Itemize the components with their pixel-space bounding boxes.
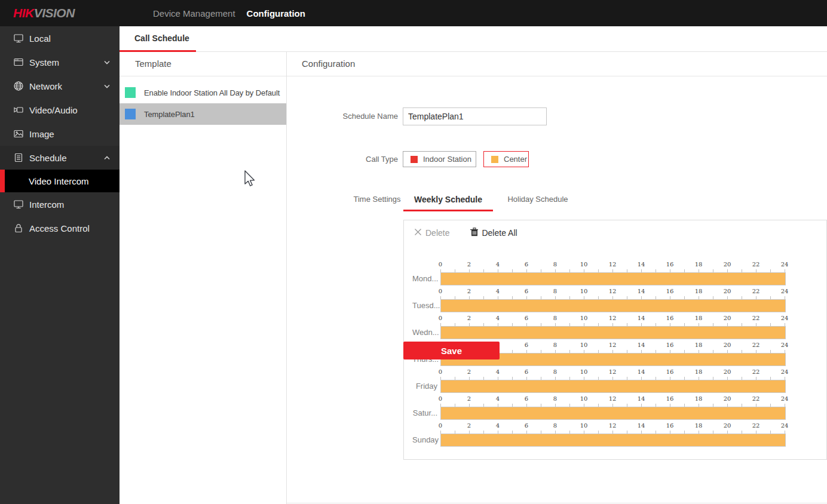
schedule-name-input[interactable] — [403, 107, 547, 125]
hour-tick-label: 10 — [577, 261, 591, 268]
weekly-schedule-underline — [403, 210, 493, 211]
hour-tick-label: 12 — [605, 261, 620, 268]
hour-tick-label: 16 — [663, 342, 677, 348]
sidebar-item-label: Schedule — [29, 153, 67, 163]
delete-all-label: Delete All — [482, 228, 517, 238]
hour-tick-label: 0 — [433, 422, 448, 429]
sidebar-nav: LocalSystemNetworkVideo/AudioImageSchedu… — [0, 26, 120, 504]
hour-tick-label: 8 — [548, 342, 562, 348]
hour-tick-label: 0 — [433, 288, 448, 294]
hour-tick-label: 2 — [462, 261, 476, 268]
template-panel-header: Template — [120, 52, 286, 76]
hour-ruler: 024681012141618202224 — [440, 261, 786, 272]
sidebar-item-video-intercom[interactable]: Video Intercom — [0, 170, 120, 192]
bottom-divider — [287, 503, 827, 503]
schedule-bar[interactable] — [441, 300, 785, 312]
schedule-bar[interactable] — [441, 407, 785, 419]
template-color-swatch — [125, 109, 136, 119]
delete-button[interactable]: Delete — [414, 228, 449, 238]
topbar: HIKVISION Device Management Configuratio… — [0, 0, 827, 26]
hour-tick-label: 2 — [462, 315, 476, 321]
hour-tick-label: 18 — [691, 422, 706, 429]
schedule-track[interactable] — [440, 434, 786, 447]
hour-tick-label: 20 — [720, 288, 734, 294]
schedule-track[interactable] — [440, 380, 786, 393]
hour-tick-label: 6 — [519, 261, 534, 268]
hour-tick-label: 0 — [433, 368, 448, 375]
hour-tick-label: 22 — [749, 422, 763, 429]
template-item-enable-indoor-station-all-day-by-default[interactable]: Enable Indoor Station All Day by Default — [120, 82, 286, 103]
hour-tick-label: 12 — [605, 342, 620, 348]
configuration-header: Configuration — [287, 52, 827, 76]
hour-tick-label: 0 — [433, 261, 448, 268]
hour-tick-label: 24 — [777, 261, 792, 268]
schedule-bar[interactable] — [441, 434, 785, 446]
top-nav: Device Management Configuration — [153, 0, 305, 26]
sidebar-item-label: Image — [29, 129, 54, 139]
sidebar-item-label: Network — [29, 81, 62, 91]
hour-tick-label: 12 — [605, 288, 620, 294]
template-item-templateplan1[interactable]: TemplatePlan1 — [120, 103, 286, 125]
hour-tick-label: 0 — [433, 395, 448, 402]
hour-tick-label: 16 — [663, 315, 677, 321]
hour-tick-label: 2 — [462, 368, 476, 375]
sidebar-item-video-audio[interactable]: Video/Audio — [0, 98, 120, 122]
schedule-bar[interactable] — [441, 380, 785, 392]
weekly-schedule-editor: Delete Delete All Mond...024681012141618… — [403, 220, 827, 460]
schedule-track[interactable] — [440, 407, 786, 420]
monitor-icon — [13, 33, 24, 44]
hour-tick-label: 4 — [491, 315, 505, 321]
hour-tick-label: 12 — [605, 368, 620, 375]
tab-weekly-schedule[interactable]: Weekly Schedule — [403, 193, 493, 205]
hour-tick-label: 24 — [777, 368, 792, 375]
schedule-bar[interactable] — [441, 273, 785, 285]
hour-tick-label: 4 — [491, 288, 505, 294]
sidebar-item-local[interactable]: Local — [0, 26, 120, 50]
sidebar-item-intercom[interactable]: Intercom — [0, 192, 120, 216]
hour-tick-label: 24 — [777, 422, 792, 429]
day-row-mond: Mond...024681012141618202224 — [412, 260, 819, 287]
hour-tick-label: 12 — [605, 315, 620, 321]
hour-tick-label: 18 — [691, 261, 706, 268]
hour-tick-label: 22 — [749, 288, 763, 294]
day-row-sunday: Sunday024681012141618202224 — [412, 422, 819, 448]
hour-tick-label: 6 — [519, 315, 534, 321]
hour-tick-label: 16 — [663, 395, 677, 402]
indoor-station-label: Indoor Station — [423, 155, 471, 164]
image-icon — [13, 128, 24, 139]
delete-all-button[interactable]: Delete All — [470, 228, 517, 238]
call-type-center-button[interactable]: Center — [483, 151, 529, 167]
sidebar-item-image[interactable]: Image — [0, 122, 120, 146]
hour-tick-label: 12 — [605, 422, 620, 429]
hour-tick-label: 22 — [749, 261, 763, 268]
tab-time-settings[interactable]: Time Settings — [344, 193, 410, 205]
tab-holiday-schedule[interactable]: Holiday Schedule — [499, 193, 577, 205]
schedule-track[interactable] — [440, 272, 786, 285]
tab-call-schedule[interactable]: Call Schedule — [134, 26, 189, 51]
sidebar-item-network[interactable]: Network — [0, 74, 120, 98]
top-tab-configuration[interactable]: Configuration — [247, 8, 305, 19]
indoor-station-swatch — [411, 156, 418, 163]
top-tab-device-management[interactable]: Device Management — [153, 8, 235, 19]
call-type-indoor-station-button[interactable]: Indoor Station — [403, 151, 476, 167]
system-icon — [13, 57, 24, 67]
hour-tick-label: 4 — [491, 422, 505, 429]
save-button[interactable]: Save — [403, 342, 500, 359]
hour-tick-label: 0 — [433, 315, 448, 321]
configuration-panel: Configuration Schedule Name Call Type In… — [287, 52, 827, 504]
day-row-satur: Satur...024681012141618202224 — [412, 395, 819, 422]
hour-tick-label: 4 — [491, 395, 505, 402]
schedule-bar[interactable] — [441, 327, 785, 339]
sidebar-item-schedule[interactable]: Schedule — [0, 146, 120, 170]
sidebar-item-system[interactable]: System — [0, 50, 120, 74]
hour-ruler: 024681012141618202224 — [440, 288, 786, 299]
hour-tick-label: 14 — [634, 315, 648, 321]
schedule-track[interactable] — [440, 326, 786, 339]
hour-tick-label: 16 — [663, 422, 677, 429]
sidebar-item-access-control[interactable]: Access Control — [0, 216, 120, 240]
hour-tick-label: 8 — [548, 288, 562, 294]
globe-icon — [13, 81, 24, 91]
hour-tick-label: 18 — [691, 395, 706, 402]
call-type-label: Call Type — [287, 151, 398, 167]
schedule-track[interactable] — [440, 299, 786, 312]
